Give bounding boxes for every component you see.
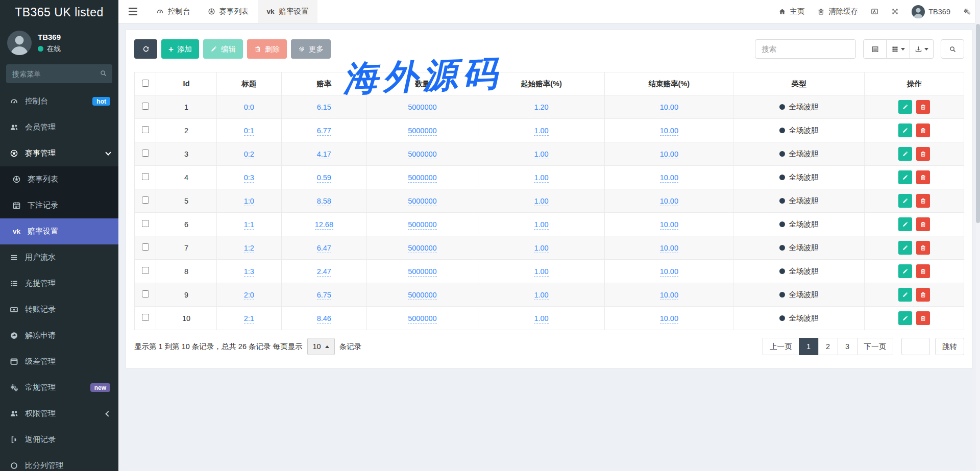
scrollbar-thumb[interactable] [976, 24, 980, 223]
row-checkbox[interactable] [142, 290, 149, 298]
cell-start-link[interactable]: 1.00 [534, 173, 548, 183]
row-edit-button[interactable] [898, 311, 912, 325]
clear-cache-link[interactable]: 清除缓存 [817, 7, 858, 16]
cell-odds-link[interactable]: 6.15 [317, 103, 331, 112]
cell-end-link[interactable]: 10.00 [660, 314, 678, 324]
next-page-button[interactable]: 下一页 [857, 338, 894, 355]
cell-odds-link[interactable]: 2.47 [317, 267, 331, 277]
add-button[interactable]: +添加 [161, 39, 199, 59]
row-edit-button[interactable] [898, 170, 912, 184]
tab-match-list[interactable]: 赛事列表 [199, 0, 258, 23]
sidebar-item-general-management[interactable]: 常规管理 new [0, 375, 118, 401]
cell-start-link[interactable]: 1.00 [534, 314, 548, 324]
row-edit-button[interactable] [898, 123, 912, 137]
cell-end-link[interactable]: 10.00 [660, 103, 678, 112]
row-checkbox[interactable] [142, 314, 149, 321]
page-button-1[interactable]: 1 [799, 338, 819, 355]
user-menu[interactable]: TB369 [912, 5, 950, 18]
row-delete-button[interactable] [916, 311, 930, 325]
row-delete-button[interactable] [916, 100, 930, 114]
export-button[interactable] [910, 39, 934, 59]
row-checkbox[interactable] [142, 126, 149, 133]
sidebar-item-members[interactable]: 会员管理 [0, 114, 118, 140]
edit-button[interactable]: 编辑 [203, 39, 243, 59]
cell-start-link[interactable]: 1.00 [534, 220, 548, 230]
cell-qty-link[interactable]: 5000000 [408, 314, 436, 324]
cell-qty-link[interactable]: 5000000 [408, 267, 436, 277]
jump-button[interactable]: 跳转 [935, 338, 964, 355]
sidebar-item-permissions[interactable]: 权限管理 [0, 401, 118, 427]
cell-start-link[interactable]: 1.00 [534, 150, 548, 159]
row-checkbox[interactable] [142, 150, 149, 157]
cell-odds-link[interactable]: 8.58 [317, 197, 331, 206]
cell-qty-link[interactable]: 5000000 [408, 291, 436, 300]
row-edit-button[interactable] [898, 217, 912, 231]
settings-button[interactable] [963, 8, 971, 15]
row-delete-button[interactable] [916, 217, 930, 231]
cell-title-link[interactable]: 2:1 [244, 314, 254, 324]
cell-start-link[interactable]: 1.00 [534, 197, 548, 206]
row-edit-button[interactable] [898, 147, 912, 161]
row-checkbox[interactable] [142, 103, 149, 110]
row-delete-button[interactable] [916, 241, 930, 255]
cell-odds-link[interactable]: 6.75 [317, 291, 331, 300]
cell-end-link[interactable]: 10.00 [660, 127, 678, 136]
sidebar-item-bet-records[interactable]: 下注记录 [0, 192, 118, 218]
cell-title-link[interactable]: 1:0 [244, 197, 254, 206]
cell-qty-link[interactable]: 5000000 [408, 127, 436, 136]
cell-title-link[interactable]: 0:2 [244, 150, 254, 159]
search-button[interactable] [941, 39, 964, 59]
columns-button[interactable] [887, 39, 910, 59]
delete-button[interactable]: 删除 [247, 39, 287, 59]
sidebar-item-deposit-withdraw[interactable]: 充提管理 [0, 270, 118, 296]
menu-search-input[interactable] [6, 64, 112, 83]
cell-end-link[interactable]: 10.00 [660, 220, 678, 230]
cell-start-link[interactable]: 1.00 [534, 291, 548, 300]
cell-end-link[interactable]: 10.00 [660, 173, 678, 183]
sidebar-item-odds-settings[interactable]: vk 赔率设置 [0, 218, 118, 244]
row-delete-button[interactable] [916, 147, 930, 161]
detail-view-button[interactable] [863, 39, 887, 59]
cell-odds-link[interactable]: 12.68 [315, 220, 333, 230]
row-edit-button[interactable] [898, 100, 912, 114]
cell-odds-link[interactable]: 6.47 [317, 244, 331, 253]
select-all-checkbox[interactable] [142, 80, 149, 87]
refresh-button[interactable] [134, 39, 157, 59]
cell-start-link[interactable]: 1.00 [534, 127, 548, 136]
prev-page-button[interactable]: 上一页 [763, 338, 799, 355]
cell-start-link[interactable]: 1.20 [534, 103, 548, 112]
page-scrollbar[interactable] [975, 0, 980, 471]
cell-qty-link[interactable]: 5000000 [408, 173, 436, 183]
cell-title-link[interactable]: 2:0 [244, 291, 254, 300]
page-size-select[interactable]: 10 [307, 338, 335, 355]
jump-page-input[interactable] [901, 338, 930, 355]
row-delete-button[interactable] [916, 123, 930, 137]
cell-end-link[interactable]: 10.00 [660, 197, 678, 206]
cell-start-link[interactable]: 1.00 [534, 267, 548, 277]
row-checkbox[interactable] [142, 267, 149, 274]
cell-odds-link[interactable]: 8.46 [317, 314, 331, 324]
cell-odds-link[interactable]: 4.17 [317, 150, 331, 159]
row-checkbox[interactable] [142, 173, 149, 180]
cell-end-link[interactable]: 10.00 [660, 267, 678, 277]
cell-odds-link[interactable]: 6.77 [317, 127, 331, 136]
fullscreen-button[interactable] [891, 8, 899, 15]
cell-end-link[interactable]: 10.00 [660, 244, 678, 253]
page-button-2[interactable]: 2 [818, 338, 838, 355]
sidebar-item-unfreeze-requests[interactable]: 解冻申请 [0, 323, 118, 349]
hamburger-menu-icon[interactable] [118, 0, 148, 23]
row-edit-button[interactable] [898, 194, 912, 208]
page-button-3[interactable]: 3 [838, 338, 857, 355]
cell-start-link[interactable]: 1.00 [534, 244, 548, 253]
cell-title-link[interactable]: 0:3 [244, 173, 254, 183]
row-delete-button[interactable] [916, 264, 930, 278]
cell-title-link[interactable]: 1:1 [244, 220, 254, 230]
row-delete-button[interactable] [916, 170, 930, 184]
sidebar-item-console[interactable]: 控制台 hot [0, 88, 118, 114]
sidebar-item-match-list[interactable]: 赛事列表 [0, 166, 118, 192]
more-button[interactable]: 更多 [291, 39, 331, 59]
cell-odds-link[interactable]: 0.59 [317, 173, 331, 183]
row-edit-button[interactable] [898, 288, 912, 302]
cell-title-link[interactable]: 1:3 [244, 267, 254, 277]
row-edit-button[interactable] [898, 264, 912, 278]
